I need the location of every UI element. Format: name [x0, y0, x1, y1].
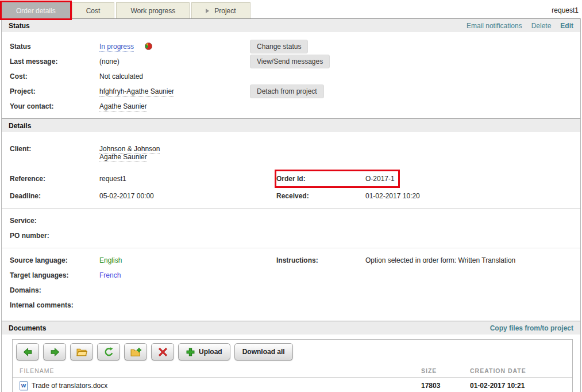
documents-toolbar: Upload Download all — [13, 340, 572, 364]
po-number-label: PO number: — [10, 232, 99, 240]
documents-section-title: Documents — [9, 324, 46, 332]
deadline-row: Deadline: 05-02-2017 00:00 Received: 01-… — [2, 189, 580, 203]
edit-link[interactable]: Edit — [560, 22, 573, 30]
refresh-button[interactable] — [97, 343, 120, 360]
details-section-title: Details — [9, 122, 31, 130]
file-name-cell: Trade of translators.docx — [20, 381, 421, 390]
internal-comments-row: Internal comments: — [2, 298, 580, 313]
file-size-cell: 17803 — [421, 382, 470, 390]
tab-order-details[interactable]: Order details — [2, 2, 70, 18]
word-document-icon — [20, 381, 28, 390]
received-label: Received: — [276, 192, 365, 200]
add-folder-icon — [130, 348, 141, 356]
details-body: Client: Johnson & Johnson Agathe Saunier… — [2, 132, 580, 321]
domains-row: Domains: — [2, 283, 580, 298]
delete-x-icon — [158, 347, 168, 357]
status-section-title: Status — [9, 22, 30, 30]
last-message-value: (none) — [99, 57, 250, 66]
client-label: Client: — [10, 145, 99, 153]
details-section-header: Details — [2, 118, 580, 132]
triangle-right-icon — [206, 9, 209, 13]
upload-button-label: Upload — [199, 348, 222, 356]
tab-cost[interactable]: Cost — [72, 2, 115, 18]
order-id-value: O-2017-1 — [365, 175, 398, 183]
project-label: Project: — [10, 87, 99, 95]
deadline-value: 05-02-2017 00:00 — [99, 192, 276, 200]
tab-cost-label: Cost — [86, 3, 101, 18]
your-contact-value[interactable]: Agathe Saunier — [99, 102, 147, 112]
filename-column-header[interactable]: FILENAME — [20, 367, 421, 374]
status-body: Status In progress Change status Last me… — [2, 32, 580, 118]
file-table-header: FILENAME SIZE CREATION DATE — [13, 364, 572, 378]
view-send-messages-button[interactable]: View/Send messages — [250, 55, 330, 68]
content-area: Status Email notifications Delete Edit S… — [1, 18, 581, 392]
tab-project[interactable]: Project — [191, 2, 250, 18]
client-value-cell: Johnson & Johnson Agathe Saunier — [99, 145, 276, 161]
status-value-cell: In progress — [99, 43, 250, 51]
service-row: Service: — [2, 213, 580, 228]
upload-button[interactable]: Upload — [178, 343, 230, 360]
target-languages-row: Target languages: French — [2, 268, 580, 283]
change-status-button[interactable]: Change status — [250, 40, 308, 53]
documents-file-panel: Upload Download all FILENAME SIZE CREATI… — [12, 339, 573, 392]
source-language-row: Source language: English Instructions: O… — [2, 253, 580, 268]
open-folder-button[interactable] — [70, 343, 93, 360]
documents-section-header: Documents Copy files from/to project — [2, 321, 580, 335]
download-all-button-label: Download all — [242, 348, 285, 356]
your-contact-row: Your contact: Agathe Saunier — [2, 99, 580, 114]
target-languages-label: Target languages: — [10, 271, 99, 279]
open-folder-icon — [76, 348, 87, 356]
add-folder-button[interactable] — [124, 343, 147, 360]
tab-bar: Order details Cost Work progress Project… — [0, 0, 582, 18]
reference-value: request1 — [99, 175, 276, 183]
back-button[interactable] — [16, 343, 39, 360]
tab-order-details-label: Order details — [16, 3, 56, 18]
status-section-header: Status Email notifications Delete Edit — [2, 18, 580, 32]
cost-row: Cost: Not calculated — [2, 69, 580, 84]
email-notifications-link[interactable]: Email notifications — [467, 22, 522, 30]
target-languages-value: French — [99, 271, 276, 279]
upload-plus-icon — [186, 348, 195, 356]
client-contact[interactable]: Agathe Saunier — [99, 153, 147, 162]
received-value: 01-02-2017 10:20 — [365, 192, 580, 200]
cost-label: Cost: — [10, 72, 99, 80]
copy-files-link[interactable]: Copy files from/to project — [490, 324, 573, 332]
project-row: Project: hfghfryh-Agathe Saunier Detach … — [2, 84, 580, 99]
file-creation-date-cell: 01-02-2017 10:21 — [470, 382, 556, 390]
divider — [2, 248, 580, 248]
source-language-label: Source language: — [10, 256, 99, 264]
download-all-button[interactable]: Download all — [234, 343, 293, 360]
last-message-label: Last message: — [10, 57, 99, 66]
service-label: Service: — [10, 217, 99, 225]
delete-file-button[interactable] — [151, 343, 174, 360]
refresh-icon — [104, 347, 114, 357]
order-reference-text: request1 — [552, 6, 579, 14]
forward-button[interactable] — [43, 343, 66, 360]
internal-comments-label: Internal comments: — [10, 301, 99, 309]
size-column-header[interactable]: SIZE — [421, 367, 470, 374]
source-language-value: English — [99, 256, 276, 264]
back-arrow-icon — [23, 347, 33, 357]
detach-from-project-button[interactable]: Detach from project — [250, 84, 324, 98]
your-contact-label: Your contact: — [10, 102, 99, 110]
file-name-text[interactable]: Trade of translators.docx — [32, 382, 107, 390]
file-row[interactable]: Trade of translators.docx 17803 01-02-20… — [13, 378, 572, 392]
client-row: Client: Johnson & Johnson Agathe Saunier — [2, 144, 580, 169]
creation-date-column-header[interactable]: CREATION DATE — [470, 367, 556, 374]
divider — [2, 208, 580, 209]
deadline-label: Deadline: — [10, 192, 99, 200]
status-value-link[interactable]: In progress — [99, 43, 134, 52]
tab-work-progress-label: Work progress — [130, 3, 175, 18]
domains-label: Domains: — [10, 286, 99, 294]
project-value[interactable]: hfghfryh-Agathe Saunier — [99, 87, 174, 97]
delete-link[interactable]: Delete — [531, 22, 552, 30]
status-row: Status In progress Change status — [2, 39, 580, 54]
order-id-highlight-box: Order Id: O-2017-1 — [276, 171, 398, 186]
instructions-value: Option selected in order form: Written T… — [365, 256, 580, 264]
po-number-row: PO number: — [2, 228, 580, 243]
tab-project-label: Project — [214, 3, 236, 18]
reference-row: Reference: request1 Order Id: O-2017-1 — [2, 169, 580, 189]
status-pie-chart-icon[interactable] — [145, 43, 152, 50]
cost-value: Not calculated — [99, 72, 250, 80]
tab-work-progress[interactable]: Work progress — [116, 2, 190, 18]
